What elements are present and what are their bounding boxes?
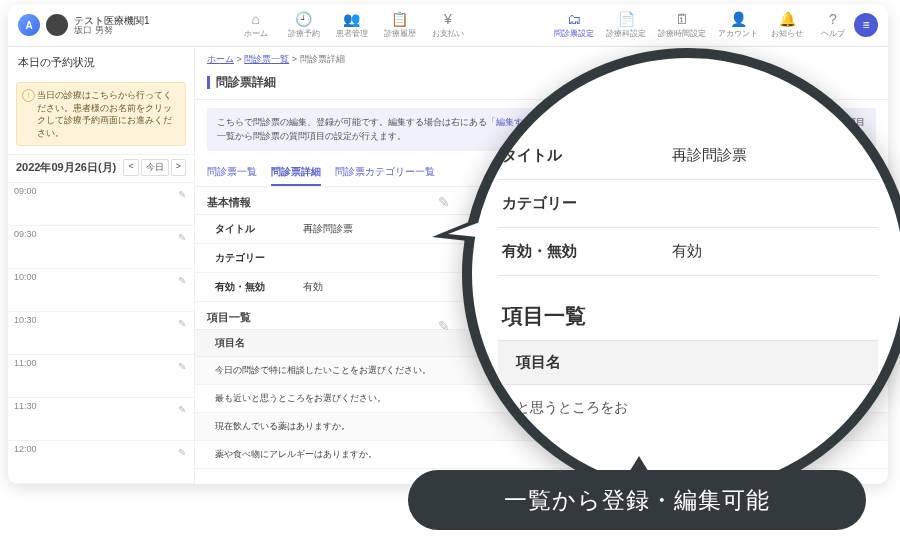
nav-icon: 👥 [343, 11, 360, 27]
nav-item[interactable]: 🗓診療時間設定 [658, 11, 706, 39]
nav-item[interactable]: 🕘診療予約 [287, 11, 321, 39]
nav-item[interactable]: ?ヘルプ [816, 11, 850, 39]
callout-section: 項目一覧 [498, 275, 878, 340]
date-row: 2022年09月26日(月) < 今日 > [8, 154, 194, 183]
nav-label: 診療予約 [288, 28, 320, 39]
next-day-button[interactable]: > [171, 159, 186, 176]
nav-icon: 👤 [730, 11, 747, 27]
callout-kv-value: 再診問診票 [672, 146, 874, 165]
edit-icon[interactable]: ✎ [178, 404, 186, 415]
time-slot[interactable]: 12:00✎ [8, 441, 194, 484]
nav-icon: ⌂ [252, 11, 260, 27]
callout-kv-row: 有効・無効有効 [498, 227, 878, 275]
callout-kv-key: カテゴリー [502, 194, 672, 213]
edit-icon[interactable]: ✎ [178, 318, 186, 329]
nav-icon: 🕘 [295, 11, 312, 27]
slot-time: 10:00 [8, 269, 48, 282]
header: A テスト医療機関1 坂口 男努 ⌂ホーム🕘診療予約👥患者管理📋診療履歴¥お支払… [8, 4, 888, 47]
crumb-list[interactable]: 問診票一覧 [244, 54, 289, 64]
nav-icon: 🔔 [779, 11, 796, 27]
kv-key: 有効・無効 [215, 280, 303, 294]
nav-item[interactable]: 👥患者管理 [335, 11, 369, 39]
edit-icon[interactable]: ✎ [178, 189, 186, 200]
nav-center: ⌂ホーム🕘診療予約👥患者管理📋診療履歴¥お支払い [150, 11, 554, 39]
slot-time: 09:30 [8, 226, 48, 239]
callout-kv-row: タイトル再診問診票 [498, 132, 878, 179]
nav-label: 患者管理 [336, 28, 368, 39]
edit-icon[interactable]: ✎ [178, 447, 186, 458]
sidebar: 本日の予約状況 当日の診療はこちらから行ってください。患者様のお名前をクリックし… [8, 47, 195, 484]
edit-icon[interactable]: ✎ [178, 275, 186, 286]
slot-time: 09:00 [8, 183, 48, 196]
time-slot[interactable]: 10:30✎ [8, 312, 194, 355]
nav-item[interactable]: 📋診療履歴 [383, 11, 417, 39]
callout-kv-key: タイトル [502, 146, 672, 165]
nav-item[interactable]: 🗂問診票設定 [554, 11, 594, 39]
nav-label: 問診票設定 [554, 28, 594, 39]
org-block: テスト医療機関1 坂口 男努 [74, 15, 150, 36]
nav-item[interactable]: ⌂ホーム [239, 11, 273, 39]
nav-label: ホーム [244, 28, 268, 39]
caption-pill: 一覧から登録・編集可能 [408, 470, 866, 530]
nav-icon: 🗂 [567, 11, 581, 27]
nav-item[interactable]: 👤アカウント [718, 11, 758, 39]
callout-row-peek: と思うところをお [498, 385, 878, 431]
callout-table-header: 項目名 [498, 340, 878, 385]
nav-icon: 🗓 [675, 11, 689, 27]
breadcrumb: ホーム > 問診票一覧 > 問診票詳細 [195, 47, 888, 72]
callout-tail-inner [448, 219, 488, 238]
edit-icon[interactable]: ✎ [438, 194, 450, 210]
nav-item[interactable]: 🔔お知らせ [770, 11, 804, 39]
nav-label: お知らせ [771, 28, 803, 39]
nav-right: 🗂問診票設定📄診療科設定🗓診療時間設定👤アカウント🔔お知らせ?ヘルプ [554, 11, 850, 39]
tab[interactable]: 問診票カテゴリー一覧 [335, 159, 435, 186]
app-logo[interactable]: A [18, 14, 40, 36]
time-slot[interactable]: 11:30✎ [8, 398, 194, 441]
edit-icon[interactable]: ✎ [438, 318, 450, 334]
menu-button[interactable]: ≡ [854, 13, 878, 37]
prev-day-button[interactable]: < [123, 159, 138, 176]
nav-item[interactable]: ¥お支払い [431, 11, 465, 39]
callout-kv-key: 有効・無効 [502, 242, 672, 261]
nav-label: お支払い [432, 28, 464, 39]
today-button[interactable]: 今日 [141, 159, 169, 176]
kv-value: 有効 [303, 280, 323, 294]
avatar[interactable] [46, 14, 68, 36]
tab[interactable]: 問診票一覧 [207, 159, 257, 186]
nav-icon: 📄 [618, 11, 635, 27]
current-date: 2022年09月26日(月) [16, 160, 116, 175]
nav-label: 診療科設定 [606, 28, 646, 39]
tab[interactable]: 問診票詳細 [271, 159, 321, 186]
time-slot[interactable]: 11:00✎ [8, 355, 194, 398]
time-slot[interactable]: 09:30✎ [8, 226, 194, 269]
zoom-callout: タイトル再診問診票カテゴリー有効・無効有効 項目一覧 項目名 と思うところをお [462, 48, 900, 500]
callout-kv-value: 有効 [672, 242, 874, 261]
slot-time: 10:30 [8, 312, 48, 325]
nav-label: アカウント [718, 28, 758, 39]
time-slot[interactable]: 09:00✎ [8, 183, 194, 226]
slot-time: 11:30 [8, 398, 48, 411]
nav-label: 診療履歴 [384, 28, 416, 39]
kv-value: 再診問診票 [303, 222, 353, 236]
nav-icon: ? [829, 11, 837, 27]
sidebar-heading: 本日の予約状況 [8, 47, 194, 78]
nav-label: 診療時間設定 [658, 28, 706, 39]
crumb-home[interactable]: ホーム [207, 54, 234, 64]
nav-label: ヘルプ [821, 28, 845, 39]
sidebar-notice: 当日の診療はこちらから行ってください。患者様のお名前をクリックして診療予約画面に… [16, 82, 186, 146]
edit-icon[interactable]: ✎ [178, 361, 186, 372]
callout-kv-row: カテゴリー [498, 179, 878, 227]
kv-key: カテゴリー [215, 251, 303, 265]
time-slot[interactable]: 10:00✎ [8, 269, 194, 312]
edit-icon[interactable]: ✎ [178, 232, 186, 243]
nav-icon: 📋 [391, 11, 408, 27]
org-name: テスト医療機関1 [74, 15, 150, 26]
crumb-current: 問診票詳細 [300, 54, 345, 64]
kv-key: タイトル [215, 222, 303, 236]
nav-item[interactable]: 📄診療科設定 [606, 11, 646, 39]
slot-time: 12:00 [8, 441, 48, 454]
slot-time: 11:00 [8, 355, 48, 368]
nav-icon: ¥ [444, 11, 452, 27]
user-name: 坂口 男努 [74, 26, 150, 36]
